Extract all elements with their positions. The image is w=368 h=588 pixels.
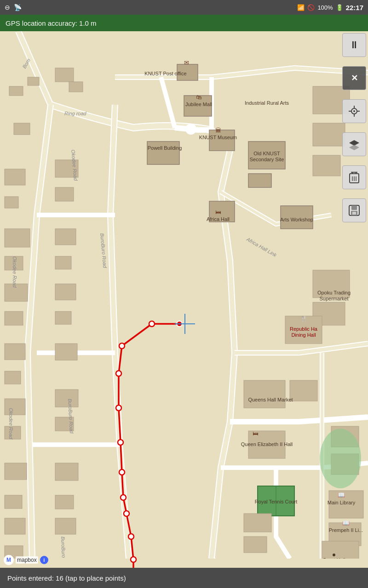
status-left-icons: ⊖ 📡	[5, 4, 22, 11]
svg-text:Okodee Road: Okodee Road	[8, 408, 14, 440]
status-right-icons: 📶 🚫 100% 🔋 22:17	[297, 4, 363, 11]
svg-text:Opoku Trading: Opoku Trading	[317, 290, 351, 295]
svg-rect-16	[5, 311, 23, 325]
svg-text:Republic Ha: Republic Ha	[290, 326, 318, 332]
svg-rect-21	[55, 344, 77, 360]
svg-rect-22	[5, 399, 25, 415]
svg-rect-29	[55, 495, 74, 509]
svg-rect-31	[55, 518, 76, 534]
svg-rect-58	[244, 514, 271, 532]
svg-rect-48	[290, 380, 317, 401]
svg-rect-26	[5, 463, 27, 480]
svg-rect-20	[5, 371, 21, 384]
svg-text:Powell Building: Powell Building	[148, 145, 182, 151]
svg-rect-2	[9, 86, 23, 96]
battery-text: 100%	[317, 4, 333, 11]
svg-rect-8	[5, 197, 18, 208]
svg-rect-18	[55, 311, 71, 324]
delete-button[interactable]	[342, 165, 366, 189]
status-bar: ⊖ 📡 📶 🚫 100% 🔋 22:17	[0, 0, 368, 15]
svg-text:📖: 📖	[342, 519, 350, 527]
svg-text:Great Hall: Great Hall	[322, 557, 345, 559]
svg-text:📖: 📖	[338, 491, 345, 499]
toolbar: ⏸ ✕	[340, 31, 368, 224]
mapbox-text: mapbox	[16, 556, 38, 564]
svg-rect-7	[5, 169, 25, 185]
gps-bar: GPS location accuracy: 1.0 m	[0, 15, 368, 31]
svg-text:Industrial Rural Arts: Industrial Rural Arts	[245, 100, 289, 106]
svg-rect-27	[5, 495, 22, 509]
svg-rect-134	[352, 212, 356, 215]
crosshair	[175, 314, 195, 334]
save-button[interactable]	[342, 198, 366, 222]
svg-rect-35	[209, 130, 235, 151]
svg-rect-14	[55, 256, 71, 269]
svg-text:🛍: 🛍	[196, 94, 202, 101]
svg-text:🛏: 🛏	[253, 430, 259, 437]
svg-text:BuroBuro Road: BuroBuro Road	[60, 537, 67, 559]
gps-accuracy-text: GPS location accuracy: 1.0 m	[6, 19, 97, 27]
svg-text:🏛: 🏛	[215, 127, 221, 134]
svg-text:Royal Tennis Court: Royal Tennis Court	[255, 499, 298, 504]
svg-rect-54	[322, 541, 359, 559]
svg-text:Queens Hall Market: Queens Hall Market	[248, 397, 293, 402]
svg-rect-17	[55, 284, 76, 300]
svg-rect-30	[5, 518, 25, 534]
svg-text:Secondary Site: Secondary Site	[250, 157, 284, 162]
svg-rect-43	[313, 155, 340, 176]
svg-rect-24	[55, 390, 78, 407]
svg-text:✉: ✉	[184, 59, 189, 66]
svg-rect-13	[55, 229, 76, 245]
mapbox-logo-area: M mapbox i	[4, 555, 48, 565]
time-display: 22:17	[346, 4, 363, 11]
location-button[interactable]	[342, 99, 366, 123]
svg-text:Main Library: Main Library	[328, 500, 356, 505]
info-icon[interactable]: i	[40, 556, 48, 564]
svg-text:🛏: 🛏	[215, 209, 221, 215]
svg-text:Okodee Road: Okodee Road	[12, 256, 17, 288]
points-entered-text: Points entered: 16 (tap to place points)	[7, 574, 126, 582]
svg-rect-4	[14, 123, 30, 135]
svg-rect-132	[351, 205, 357, 210]
svg-point-57	[320, 429, 361, 488]
svg-rect-3	[28, 77, 39, 85]
svg-text:KNUST Museum: KNUST Museum	[199, 135, 237, 140]
svg-rect-6	[69, 82, 83, 92]
layers-button[interactable]	[342, 132, 366, 156]
clear-button[interactable]: ✕	[342, 66, 366, 90]
svg-text:Arts Workshop: Arts Workshop	[280, 217, 313, 222]
svg-text:🍴: 🍴	[300, 315, 308, 322]
map-svg: Bom Ring road Okodee Road Okodee Road Ok…	[0, 31, 368, 559]
svg-rect-38	[248, 174, 271, 187]
bottom-bar[interactable]: Points entered: 16 (tap to place points)	[0, 568, 368, 588]
svg-point-1	[185, 124, 196, 135]
svg-rect-28	[55, 463, 78, 481]
svg-rect-5	[55, 68, 74, 82]
svg-text:Dining Hall: Dining Hall	[291, 332, 316, 338]
svg-rect-11	[5, 229, 30, 247]
svg-text:Africa Hall: Africa Hall	[207, 216, 230, 222]
svg-rect-19	[5, 344, 25, 360]
minus-icon: ⊖	[5, 4, 10, 11]
svg-point-94	[333, 554, 335, 556]
svg-rect-47	[244, 380, 285, 408]
svg-text:Supermarket: Supermarket	[320, 296, 349, 301]
antenna-icon: 📡	[14, 4, 22, 11]
svg-point-117	[353, 110, 355, 112]
block-icon: 🚫	[307, 4, 315, 11]
pause-button[interactable]: ⏸	[342, 33, 366, 57]
svg-text:Old KNUST: Old KNUST	[253, 151, 280, 156]
svg-text:Jubilee Mall: Jubilee Mall	[185, 102, 212, 107]
svg-text:Ring road: Ring road	[64, 111, 87, 116]
svg-rect-59	[244, 537, 267, 553]
svg-marker-123	[349, 145, 359, 150]
svg-text:Queen Elizabeth II Hall: Queen Elizabeth II Hall	[241, 441, 293, 447]
svg-rect-10	[55, 187, 74, 201]
wifi-icon: 📶	[297, 4, 305, 11]
mapbox-logo: M	[4, 555, 14, 565]
battery-icon: 🔋	[336, 4, 343, 11]
map-area[interactable]: Bom Ring road Okodee Road Okodee Road Ok…	[0, 31, 368, 568]
svg-text:KNUST Post office: KNUST Post office	[144, 71, 186, 76]
svg-text:Prempeh II Li...: Prempeh II Li...	[329, 527, 363, 533]
